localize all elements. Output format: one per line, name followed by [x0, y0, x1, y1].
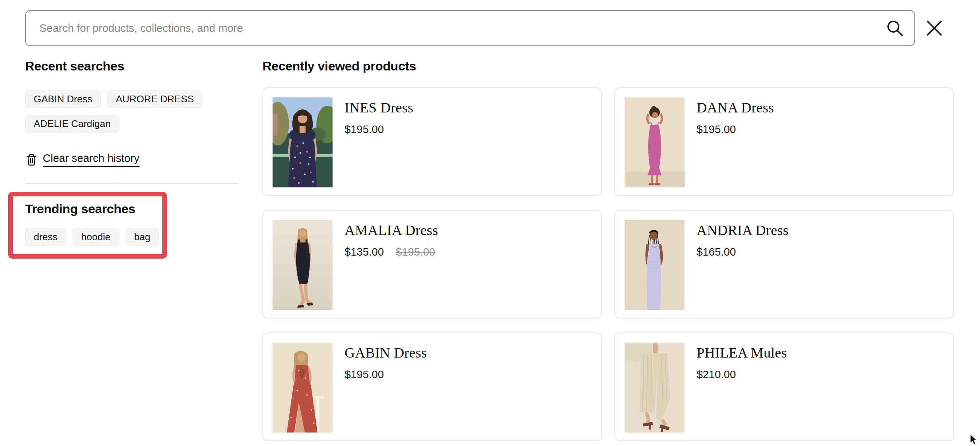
recent-searches-title: Recent searches [25, 59, 124, 73]
product-grid: INES Dress $195.00 [262, 87, 954, 441]
product-name: AMALIA Dress [345, 222, 438, 238]
product-image-dana-dress [625, 97, 684, 187]
product-price: $210.00 [697, 368, 736, 381]
close-search-button[interactable] [922, 16, 946, 40]
product-price: $135.00 [345, 246, 384, 258]
recent-search-chip[interactable]: AURORE DRESS [107, 90, 202, 108]
price-row: $195.00 [345, 368, 384, 381]
trending-search-chip[interactable]: dress [25, 228, 66, 246]
recent-searches-chips: GABIN Dress AURORE DRESS ADELIE Cardigan [25, 90, 228, 133]
recent-search-chip[interactable]: ADELIE Cardigan [25, 115, 119, 133]
product-compare-price: $195.00 [396, 246, 435, 258]
product-card-ines-dress[interactable]: INES Dress $195.00 [262, 87, 602, 196]
product-name: INES Dress [345, 99, 413, 116]
product-price: $195.00 [697, 123, 736, 136]
search-bar [25, 10, 915, 46]
cursor-icon [969, 434, 979, 445]
trending-search-chip[interactable]: hoodie [73, 228, 119, 246]
trending-searches-title: Trending searches [25, 202, 135, 216]
product-name: DANA Dress [697, 99, 774, 116]
price-row: $135.00 $195.00 [345, 246, 435, 258]
trending-searches-chips: dress hoodie bag [25, 228, 160, 246]
product-price: $195.00 [345, 123, 384, 136]
search-icon [885, 18, 905, 38]
product-image-gabin-dress [272, 343, 332, 433]
price-row: $210.00 [697, 368, 736, 381]
product-price: $165.00 [697, 246, 736, 258]
close-icon [924, 18, 944, 38]
product-card-philea-mules[interactable]: PHILEA Mules $210.00 [614, 332, 954, 441]
product-card-amalia-dress[interactable]: AMALIA Dress $135.00 $195.00 [262, 210, 602, 319]
sidebar-divider [25, 183, 239, 184]
product-image-amalia-dress [272, 220, 332, 310]
recently-viewed-title: Recently viewed products [262, 59, 416, 73]
clear-search-history-button[interactable]: Clear search history [25, 152, 140, 167]
product-card-gabin-dress[interactable]: GABIN Dress $195.00 [262, 332, 602, 441]
trending-search-chip[interactable]: bag [126, 228, 159, 246]
product-price: $195.00 [345, 368, 384, 381]
search-input[interactable] [26, 11, 875, 45]
product-name: PHILEA Mules [697, 344, 787, 361]
price-row: $195.00 [697, 123, 736, 136]
product-name: ANDRIA Dress [697, 222, 788, 238]
product-image-andria-dress [625, 220, 684, 310]
search-submit-button[interactable] [875, 11, 915, 45]
product-image-ines-dress [272, 97, 332, 187]
clear-search-history-label: Clear search history [43, 152, 140, 167]
search-overlay: Recent searches GABIN Dress AURORE DRESS… [0, 0, 980, 446]
trash-icon [25, 153, 38, 167]
product-card-dana-dress[interactable]: DANA Dress $195.00 [614, 87, 954, 196]
product-image-philea-mules [625, 343, 684, 433]
price-row: $165.00 [697, 246, 736, 258]
price-row: $195.00 [345, 123, 384, 136]
product-card-andria-dress[interactable]: ANDRIA Dress $165.00 [614, 210, 954, 319]
recent-search-chip[interactable]: GABIN Dress [25, 90, 101, 108]
product-name: GABIN Dress [345, 344, 427, 361]
